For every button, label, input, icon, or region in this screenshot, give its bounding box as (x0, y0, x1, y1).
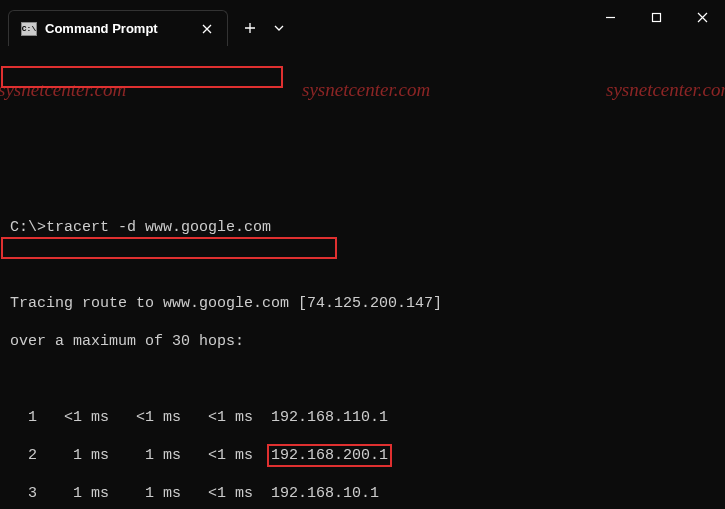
highlight-cmd1 (1, 66, 283, 88)
watermark: sysnetcenter.com (0, 80, 126, 99)
watermark: sysnetcenter.com (302, 80, 430, 99)
svg-rect-0 (652, 13, 660, 21)
watermark: sysnetcenter.com (606, 80, 725, 99)
tab-command-prompt[interactable]: C:\ Command Prompt (8, 10, 228, 46)
trace-header: Tracing route to www.google.com [74.125.… (10, 294, 715, 313)
command-text: tracert -d www.google.com (46, 219, 271, 236)
close-tab-icon[interactable] (199, 21, 215, 37)
maximize-button[interactable] (633, 0, 679, 34)
hop-row: 3 1 ms 1 ms <1 ms 192.168.10.1 (10, 484, 715, 503)
titlebar: C:\ Command Prompt (0, 0, 725, 48)
hop-row: 1 <1 ms <1 ms <1 ms 192.168.110.1 (10, 408, 715, 427)
max-hops: over a maximum of 30 hops: (10, 332, 715, 351)
highlight-ip: 192.168.200.1 (267, 444, 392, 467)
new-tab-button[interactable] (234, 12, 266, 44)
window-controls (587, 0, 725, 34)
tab-dropdown-button[interactable] (266, 12, 292, 44)
close-window-button[interactable] (679, 0, 725, 34)
tab-title: Command Prompt (45, 21, 191, 36)
hop-row: 2 1 ms 1 ms <1 ms 192.168.200.1 (10, 446, 715, 465)
cmd-icon: C:\ (21, 22, 37, 36)
prompt: C:\> (10, 219, 46, 236)
minimize-button[interactable] (587, 0, 633, 34)
terminal-output[interactable]: sysnetcenter.com sysnetcenter.com sysnet… (0, 48, 725, 509)
